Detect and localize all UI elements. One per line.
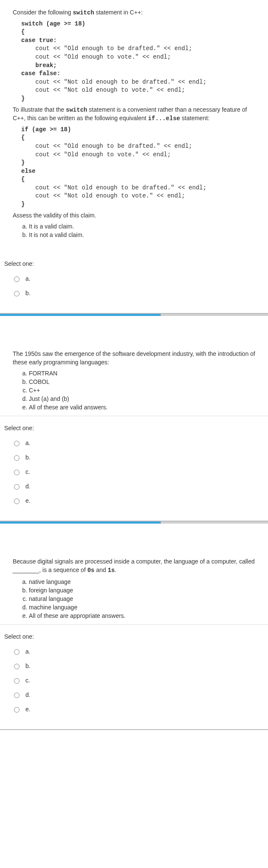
question-3: Because digital signals are processed in… — [0, 549, 268, 624]
q1-radio-a[interactable]: a. — [4, 271, 255, 286]
code-line: cout << "Old enough to vote." << endl; — [21, 54, 171, 60]
code-line: case true: — [21, 37, 57, 44]
q2-opt-d: Just (a) and (b) — [29, 395, 255, 403]
q1-options: It is a valid claim. It is not a valid c… — [13, 222, 255, 239]
q2-radio-e[interactable]: e. — [4, 493, 255, 508]
radio-label: d. — [25, 483, 31, 490]
q3-radio-e[interactable]: e. — [4, 702, 255, 716]
code-line: cout << "Not old enough to be drafted." … — [21, 184, 207, 191]
q2-opt-c: C++ — [29, 386, 255, 395]
select-one-label: Select one: — [4, 260, 255, 267]
code-line: cout << "Not old enough to vote." << end… — [21, 87, 185, 93]
q1-radio-b[interactable]: b. — [4, 286, 255, 300]
code-inline: switch — [66, 107, 87, 113]
question-2: The 1950s saw the emergence of the softw… — [0, 341, 268, 416]
text: To illustrate that the — [13, 106, 66, 113]
q3-radio-d[interactable]: d. — [4, 688, 255, 702]
q3-opt-d: machine language — [29, 603, 255, 612]
radio-input[interactable] — [14, 678, 20, 684]
q1-opt-b: It is not a valid claim. — [29, 231, 255, 239]
q1-intro-code: switch — [73, 9, 94, 16]
q1-intro: Consider the following switch statement … — [13, 8, 255, 17]
q3-opt-c: natural language — [29, 595, 255, 603]
radio-input[interactable] — [14, 470, 20, 475]
radio-label: b. — [25, 454, 31, 461]
q3-options: native language foreign language natural… — [13, 578, 255, 620]
code-inline: 0s — [87, 567, 95, 574]
radio-label: a. — [25, 648, 31, 655]
radio-label: e. — [25, 497, 31, 504]
code-line: cout << "Old enough to vote." << endl; — [21, 151, 171, 158]
q2-text: The 1950s saw the emergence of the softw… — [13, 350, 255, 366]
q2-radio-a[interactable]: a. — [4, 436, 255, 450]
code-line: if (age >= 18) — [21, 126, 71, 133]
q2-radio-c[interactable]: c. — [4, 465, 255, 479]
radio-input[interactable] — [14, 499, 20, 504]
q1-opt-a: It is a valid claim. — [29, 222, 255, 231]
radio-input[interactable] — [14, 484, 20, 490]
q3-select: Select one: a. b. c. d. e. — [0, 625, 268, 729]
code-inline: 1s — [108, 567, 115, 574]
q2-radio-b[interactable]: b. — [4, 450, 255, 465]
q2-select: Select one: a. b. c. d. e. — [0, 416, 268, 521]
radio-input[interactable] — [14, 649, 20, 655]
q3-radio-a[interactable]: a. — [4, 644, 255, 659]
q3-opt-a: native language — [29, 578, 255, 586]
code-line: break; — [21, 62, 57, 69]
code-line: { — [21, 176, 25, 183]
select-one-label: Select one: — [4, 633, 255, 640]
radio-input[interactable] — [14, 664, 20, 669]
q3-radio-c[interactable]: c. — [4, 673, 255, 688]
radio-input[interactable] — [14, 291, 20, 296]
radio-label: c. — [25, 468, 30, 475]
q2-opt-e: All of these are valid answers. — [29, 403, 255, 411]
code-line: } — [21, 95, 25, 102]
radio-input[interactable] — [14, 441, 20, 446]
blank: ________ — [13, 566, 39, 573]
radio-label: a. — [25, 440, 31, 446]
radio-label: d. — [25, 691, 31, 698]
separator — [0, 729, 268, 730]
code-line: } — [21, 159, 25, 166]
code-line: else — [21, 168, 36, 175]
radio-label: e. — [25, 706, 31, 713]
text: statement: — [180, 115, 209, 121]
radio-input[interactable] — [14, 455, 20, 461]
text: Because digital signals are processed in… — [13, 558, 254, 565]
q1-mid: To illustrate that the switch statement … — [13, 106, 255, 123]
code-inline: if...else — [148, 115, 180, 122]
radio-label: b. — [25, 662, 31, 669]
radio-label: b. — [25, 290, 31, 296]
question-1: Consider the following switch statement … — [0, 0, 268, 243]
q2-opt-b: COBOL — [29, 378, 255, 386]
radio-label: c. — [25, 677, 30, 684]
q1-intro-text: Consider the following — [13, 9, 73, 16]
code-line: cout << "Old enough to be drafted." << e… — [21, 143, 192, 149]
text: . — [115, 566, 117, 573]
radio-input[interactable] — [14, 707, 20, 713]
q3-opt-e: All of these are appropriate answers. — [29, 612, 255, 620]
code-line: } — [21, 201, 25, 208]
q1-assess: Assess the validity of this claim. — [13, 211, 255, 220]
q1-code-block-1: switch (age >= 18) { case true: cout << … — [13, 20, 255, 103]
text: and — [95, 566, 108, 573]
code-line: { — [21, 28, 25, 35]
q1-code-block-2: if (age >= 18) { cout << "Old enough to … — [13, 126, 255, 209]
code-line: cout << "Not old enough to be drafted." … — [21, 79, 207, 85]
code-line: case false: — [21, 70, 60, 77]
q2-options: FORTRAN COBOL C++ Just (a) and (b) All o… — [13, 369, 255, 411]
q2-opt-a: FORTRAN — [29, 369, 255, 378]
q3-opt-b: foreign language — [29, 586, 255, 595]
q3-radio-b[interactable]: b. — [4, 659, 255, 673]
code-line: { — [21, 134, 25, 141]
select-one-label: Select one: — [4, 425, 255, 431]
radio-input[interactable] — [14, 693, 20, 698]
q2-radio-d[interactable]: d. — [4, 479, 255, 493]
code-line: cout << "Not old enough to vote." << end… — [21, 192, 185, 199]
radio-input[interactable] — [14, 276, 20, 282]
q3-text: Because digital signals are processed in… — [13, 558, 255, 575]
code-line: cout << "Old enough to be drafted." << e… — [21, 45, 192, 52]
q1-select: Select one: a. b. — [0, 252, 268, 313]
text: , is a sequence of — [39, 566, 87, 573]
code-line: switch (age >= 18) — [21, 20, 85, 27]
